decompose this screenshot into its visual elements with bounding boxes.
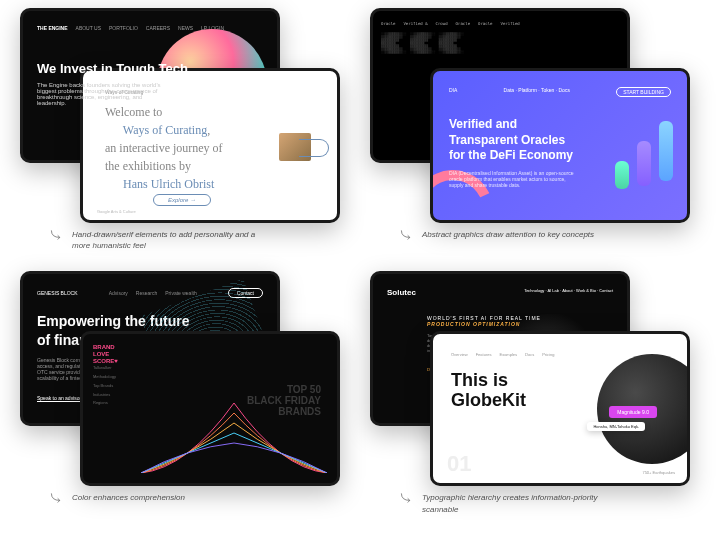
brand-sidebar: BRANDLOVESCORE♥ Talkwalker Methodology T… — [93, 344, 141, 473]
hand-arrow-icon — [299, 139, 329, 157]
caption-arrow-icon — [50, 229, 64, 243]
genesis-logo: GENESIS BLOCK — [37, 290, 78, 296]
distribution-chart — [141, 383, 327, 473]
dia-logo: DIA — [449, 87, 457, 97]
slide-number: 01 — [447, 451, 471, 477]
dia-nav: DIA Data · Platform · Token · Docs START… — [449, 87, 671, 97]
caption-arrow-icon — [400, 229, 414, 243]
dia-body: DIA (Decentralised Information Asset) is… — [449, 170, 579, 188]
dia-card: DIA Data · Platform · Token · Docs START… — [430, 68, 690, 223]
caption-bottom-right: Typographic hierarchy creates informatio… — [370, 492, 700, 514]
cylinder-icon — [637, 141, 651, 186]
cell-top-right: OracleVerified &CrowdOracleOracleVerifie… — [370, 8, 700, 251]
caption-top-left: Hand-drawn/serif elements to add persona… — [20, 229, 350, 251]
start-building-button[interactable]: START BUILDING — [616, 87, 671, 97]
caption-arrow-icon — [50, 492, 64, 506]
dia-heading: Verified and Transparent Oracles for the… — [449, 117, 579, 164]
engine-nav: THE ENGINE ABOUT US PORTFOLIO CAREERS NE… — [37, 25, 263, 31]
explore-button[interactable]: Explore → — [153, 194, 211, 206]
curating-footer: Google Arts & Culture — [97, 209, 136, 214]
brand-logo: BRANDLOVESCORE♥ — [93, 344, 141, 364]
cell-bottom-left: GENESIS BLOCK AdvisoryResearchPrivate we… — [20, 271, 350, 514]
engine-heading: We Invest in Tough Tech — [37, 61, 263, 76]
ascii-art: ░░▒▒▓▓██▓▓▒▒░░ ░░▒▒▓▓██▓▓▒▒░░ ░░▒▒▓▓██▓▓… — [381, 33, 619, 54]
cylinder-icon — [659, 121, 673, 181]
engine-body: The Engine backs founders solving the wo… — [37, 82, 167, 106]
magnitude-tag: Magnitude 9.0 — [609, 406, 657, 418]
caption-arrow-icon — [400, 492, 414, 506]
solutec-nav: Solutec Technology · AI Lab · About · Wo… — [387, 288, 613, 297]
cell-bottom-right: Solutec Technology · AI Lab · About · Wo… — [370, 271, 700, 514]
solutec-logo: Solutec — [387, 288, 416, 297]
caption-bottom-left: Color enhances comprehension — [20, 492, 350, 506]
brand-card: BRANDLOVESCORE♥ Talkwalker Methodology T… — [80, 331, 340, 486]
globekit-card: OverviewFeaturesExamplesDocsPricing This… — [430, 331, 690, 486]
ascii-cols: OracleVerified &CrowdOracleOracleVerifie… — [381, 22, 619, 26]
ring-icon — [430, 159, 504, 223]
cylinder-icon — [615, 161, 629, 189]
globekit-footer: 750+ Earthquakes — [642, 470, 675, 475]
caption-top-right: Abstract graphics draw attention to key … — [370, 229, 700, 243]
location-tag: Honshu, MN-Tohoku Eqk. — [587, 422, 645, 431]
cell-top-left: THE ENGINE ABOUT US PORTFOLIO CAREERS NE… — [20, 8, 350, 251]
